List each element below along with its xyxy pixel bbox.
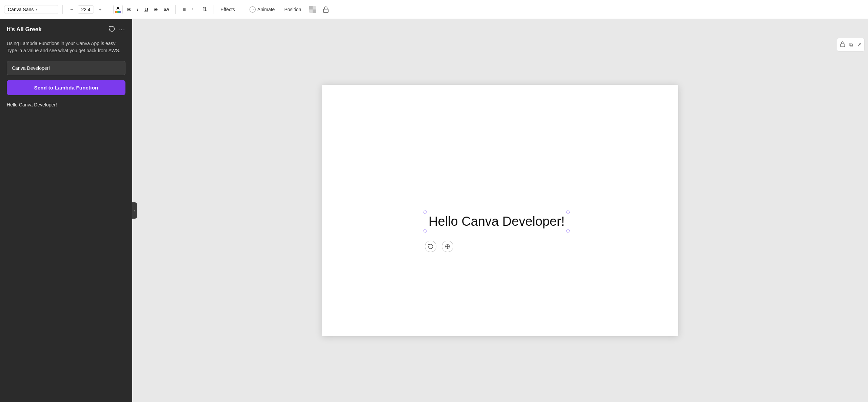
svg-rect-2 <box>313 9 316 13</box>
canvas-lock-button[interactable] <box>839 40 847 50</box>
font-size-input[interactable] <box>78 5 94 14</box>
font-name-label: Canva Sans <box>8 7 34 12</box>
secondary-toolbar: ⧉ ⤢ <box>837 38 865 52</box>
list-indent-button[interactable]: ⇅ <box>200 5 210 14</box>
canvas-lock-icon <box>840 41 845 47</box>
main-layout: It's All Greek ··· Using Lambda Function… <box>0 19 868 402</box>
text-color-button[interactable]: A <box>113 5 123 14</box>
canvas-context-icons <box>425 241 453 252</box>
divider-3 <box>175 5 176 14</box>
svg-rect-3 <box>323 9 328 13</box>
collapse-arrow-icon: ‹ <box>134 209 135 213</box>
top-toolbar: Canva Sans ▾ − + A B I U S aA ≡ ≔ ⇅ Effe… <box>0 0 868 19</box>
effects-button[interactable]: Effects <box>218 5 238 14</box>
strikethrough-button[interactable]: S <box>153 6 159 13</box>
font-size-increase-button[interactable]: + <box>95 5 105 14</box>
canvas-copy-button[interactable]: ⧉ <box>848 40 854 49</box>
handle-top-right[interactable] <box>566 210 570 214</box>
sidebar: It's All Greek ··· Using Lambda Function… <box>0 19 132 402</box>
handle-bottom-right[interactable] <box>566 229 570 233</box>
animate-circle-icon: ○ <box>250 6 256 13</box>
sidebar-collapse-handle[interactable]: ‹ <box>132 202 137 219</box>
align-left-button[interactable]: ≡ <box>180 5 189 14</box>
position-button[interactable]: Position <box>281 5 304 14</box>
transparency-button[interactable] <box>307 5 318 14</box>
canvas-text-element[interactable]: Hello Canva Developer! <box>425 212 568 231</box>
refresh-button[interactable] <box>109 26 115 33</box>
font-size-decrease-button[interactable]: − <box>67 5 76 14</box>
position-label: Position <box>284 7 301 12</box>
divider-5 <box>242 5 242 14</box>
font-selector[interactable]: Canva Sans ▾ <box>4 5 58 14</box>
lock-button[interactable] <box>321 5 331 14</box>
case-toggle-button[interactable]: aA <box>162 6 171 13</box>
divider-4 <box>214 5 214 14</box>
move-handle[interactable] <box>442 241 453 252</box>
lock-icon <box>323 6 329 13</box>
font-chevron-icon: ▾ <box>36 7 37 11</box>
divider-2 <box>109 5 109 14</box>
animate-label: Animate <box>257 7 275 12</box>
bold-button[interactable]: B <box>125 6 133 13</box>
canvas-page: Hello Canva Developer! <box>322 85 678 336</box>
sidebar-result: Hello Canva Developer! <box>7 102 125 107</box>
svg-rect-4 <box>841 44 845 47</box>
alignment-group: ≡ ≔ ⇅ <box>180 5 210 14</box>
italic-button[interactable]: I <box>135 6 140 13</box>
send-lambda-button[interactable]: Send to Lambda Function <box>7 80 125 95</box>
font-size-group: − + <box>67 5 105 14</box>
lambda-input[interactable] <box>7 61 125 75</box>
svg-rect-1 <box>309 6 313 9</box>
canvas-area: ⧉ ⤢ Hello Canva Developer! <box>132 19 868 402</box>
sidebar-description: Using Lambda Functions in your Canva App… <box>7 40 125 54</box>
letter-a-icon: A <box>116 6 119 11</box>
more-options-button[interactable]: ··· <box>118 26 125 33</box>
sidebar-title-icons: ··· <box>109 26 125 33</box>
handle-top-left[interactable] <box>423 210 427 214</box>
transparency-icon <box>309 6 316 13</box>
sidebar-title: It's All Greek <box>7 26 42 33</box>
list-button[interactable]: ≔ <box>190 5 199 14</box>
effects-label: Effects <box>221 7 235 12</box>
send-lambda-label: Send to Lambda Function <box>34 85 98 91</box>
sidebar-title-bar: It's All Greek ··· <box>7 26 125 33</box>
rotate-handle[interactable] <box>425 241 436 252</box>
move-icon <box>445 244 450 249</box>
animate-button[interactable]: ○ Animate <box>246 5 278 14</box>
canvas-text-content: Hello Canva Developer! <box>429 214 565 228</box>
refresh-icon <box>109 26 115 32</box>
underline-button[interactable]: U <box>143 6 150 13</box>
canvas-expand-button[interactable]: ⤢ <box>856 40 863 49</box>
color-swatch <box>115 11 121 13</box>
rotate-icon <box>428 244 433 249</box>
handle-bottom-left[interactable] <box>423 229 427 233</box>
divider-1 <box>62 5 63 14</box>
